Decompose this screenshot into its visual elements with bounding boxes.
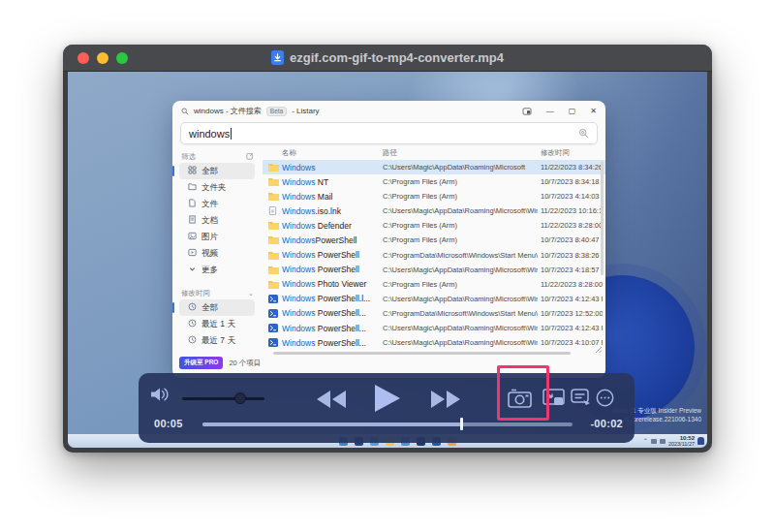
file-icon xyxy=(188,199,197,209)
file-row[interactable]: Windows PowerShell.l...C:\Users\Magic\Ap… xyxy=(263,292,605,306)
resize-grip[interactable] xyxy=(595,346,603,354)
document-icon xyxy=(188,215,197,226)
column-path[interactable]: 路径 xyxy=(383,148,397,158)
file-path: C:\Program Files (Arm) xyxy=(383,280,538,289)
tray-chevron-icon[interactable]: ⌃ xyxy=(643,438,648,444)
notification-bell-icon[interactable] xyxy=(698,437,704,445)
file-modified: 10/7/2023 4:12:43 PM xyxy=(541,324,603,332)
file-row[interactable]: Windows PowerShell...C:\Users\Magic\AppD… xyxy=(263,335,605,350)
video-icon xyxy=(188,248,197,259)
horizontal-scrollbar[interactable] xyxy=(273,352,571,355)
file-modified: 11/22/2023 8:28:00 AM xyxy=(541,221,603,230)
play-button[interactable] xyxy=(375,385,400,412)
battery-tray-icon[interactable] xyxy=(660,439,666,444)
time-section-label: 修改时间 xyxy=(181,289,210,298)
seek-progress xyxy=(202,422,461,426)
fast-forward-button[interactable] xyxy=(430,391,460,408)
rewind-button[interactable] xyxy=(317,391,347,408)
zoom-window-button[interactable] xyxy=(116,52,128,64)
file-modified: 10/7/2023 4:10:07 PM xyxy=(541,338,603,347)
video-file-icon xyxy=(271,50,284,65)
file-row[interactable]: Windows PowerShellC:\ProgramData\Microso… xyxy=(263,248,605,263)
volume-slider[interactable] xyxy=(182,397,264,400)
close-window-button[interactable] xyxy=(78,52,89,64)
image-icon xyxy=(188,232,197,242)
macos-player-window: ezgif.com-gif-to-mp4-converter.mp4 windo… xyxy=(63,45,712,453)
vertical-scrollbar[interactable] xyxy=(601,161,604,275)
sidebar-item-最近 1 天[interactable]: 最近 1 天 xyxy=(179,316,255,332)
file-row[interactable]: Windows PowerShellC:\Users\Magic\AppData… xyxy=(263,263,605,277)
search-icon xyxy=(181,108,189,115)
search-query-text: windows xyxy=(189,128,230,140)
file-row[interactable]: Windows DefenderC:\Program Files (Arm)11… xyxy=(263,218,605,233)
search-input[interactable]: windows xyxy=(180,122,598,144)
volume-knob[interactable] xyxy=(234,392,246,404)
file-modified: 10/7/2023 8:40:47 PM xyxy=(541,235,603,244)
maximize-icon[interactable]: ▢ xyxy=(569,108,576,115)
upgrade-pro-badge[interactable]: 升级至 PRO xyxy=(179,357,223,369)
minimize-icon[interactable]: — xyxy=(546,108,554,115)
folder-icon xyxy=(268,221,279,232)
file-row[interactable]: Windows NTC:\Program Files (Arm)10/7/202… xyxy=(263,174,605,189)
powershell-icon xyxy=(268,338,278,349)
search-options-icon[interactable] xyxy=(578,125,589,142)
folder-icon xyxy=(268,266,279,276)
list-header[interactable]: 名称 路径 修改时间 xyxy=(263,147,605,160)
file-path: C:\Program Files (Arm) xyxy=(383,177,538,186)
file-row[interactable]: Windows PowerShell...C:\Users\Magic\AppD… xyxy=(263,321,605,335)
sidebar-item-图片[interactable]: 图片 xyxy=(179,229,255,245)
sidebar-item-视频[interactable]: 视频 xyxy=(179,245,255,262)
powershell-icon xyxy=(268,309,278,320)
seek-thumb[interactable] xyxy=(460,418,463,430)
folder-icon xyxy=(268,163,279,173)
video-canvas[interactable]: windows - 文件搜索 Beta - Listary — ▢ ✕ wind… xyxy=(68,72,707,448)
folder-icon xyxy=(268,251,279,262)
file-modified: 10/7/2023 8:38:26 PM xyxy=(541,251,603,260)
link-icon xyxy=(268,206,277,217)
file-row[interactable]: Windows MailC:\Program Files (Arm)10/7/2… xyxy=(263,189,605,203)
file-row[interactable]: Windows Photo ViewerC:\Program Files (Ar… xyxy=(263,277,605,292)
listary-titlebar[interactable]: windows - 文件搜索 Beta - Listary — ▢ ✕ xyxy=(172,101,605,121)
more-options-button[interactable] xyxy=(596,389,614,407)
sidebar-item-更多[interactable]: 更多 xyxy=(179,262,255,278)
sidebar-item-全部[interactable]: 全部 xyxy=(179,299,255,316)
file-path: C:\ProgramData\Microsoft\Windows\Start M… xyxy=(383,251,538,260)
file-row[interactable]: Windows PowerShell...C:\ProgramData\Micr… xyxy=(263,306,605,321)
file-name: Windows PowerShell xyxy=(282,265,381,274)
collapse-section-icon[interactable]: ⌄ xyxy=(248,289,254,297)
pin-window-icon[interactable] xyxy=(522,108,532,115)
file-path: C:\Users\Magic\AppData\Roaming\Microsoft… xyxy=(383,338,538,347)
seek-bar[interactable] xyxy=(202,422,573,426)
file-modified: 11/22/2023 8:34:26 AM xyxy=(541,163,603,172)
subtitle-button[interactable] xyxy=(571,389,591,406)
file-row[interactable]: Windows.iso.lnkC:\Users\Magic\AppData\Ro… xyxy=(263,203,605,218)
system-tray[interactable]: ⌃ 10:52 2023/11/27 xyxy=(643,435,704,447)
file-modified: 10/7/2023 4:12:43 PM xyxy=(541,295,603,303)
clock-widget[interactable]: 10:52 2023/11/27 xyxy=(668,435,695,447)
file-name: Windows PowerShell... xyxy=(282,338,381,348)
file-row[interactable]: WindowsC:\Users\Magic\AppData\Roaming\Mi… xyxy=(263,160,605,174)
sidebar-item-文件夹[interactable]: 文件夹 xyxy=(179,179,255,196)
close-icon[interactable]: ✕ xyxy=(590,108,597,115)
file-path: C:\Users\Magic\AppData\Roaming\Microsoft… xyxy=(383,324,538,332)
sidebar-item-最近 7 天[interactable]: 最近 7 天 xyxy=(179,332,255,349)
sidebar-item-文档[interactable]: 文档 xyxy=(179,212,255,229)
volume-tray-icon[interactable] xyxy=(651,439,657,444)
file-path: C:\Users\Magic\AppData\Roaming\Microsoft… xyxy=(383,295,538,303)
sidebar-item-全部[interactable]: 全部 xyxy=(179,163,255,179)
column-name[interactable]: 名称 xyxy=(282,148,296,158)
file-path: C:\Users\Magic\AppData\Roaming\Microsoft… xyxy=(383,266,538,274)
file-row[interactable]: WindowsPowerShellC:\Program Files (Arm)1… xyxy=(263,233,605,247)
file-name: Windows Defender xyxy=(282,221,381,231)
titlebar[interactable]: ezgif.com-gif-to-mp4-converter.mp4 xyxy=(63,45,712,72)
edit-filter-icon[interactable] xyxy=(246,152,254,162)
column-modified[interactable]: 修改时间 xyxy=(541,148,570,158)
clock-icon xyxy=(188,319,197,329)
minimize-window-button[interactable] xyxy=(97,52,108,64)
clock-icon xyxy=(188,302,197,313)
volume-icon[interactable] xyxy=(150,386,170,403)
file-name: Windows PowerShell xyxy=(282,250,381,260)
sidebar-item-文件[interactable]: 文件 xyxy=(179,196,255,212)
file-path: C:\Users\Magic\AppData\Roaming\Microsoft xyxy=(383,163,538,172)
window-title-group: ezgif.com-gif-to-mp4-converter.mp4 xyxy=(63,50,712,65)
